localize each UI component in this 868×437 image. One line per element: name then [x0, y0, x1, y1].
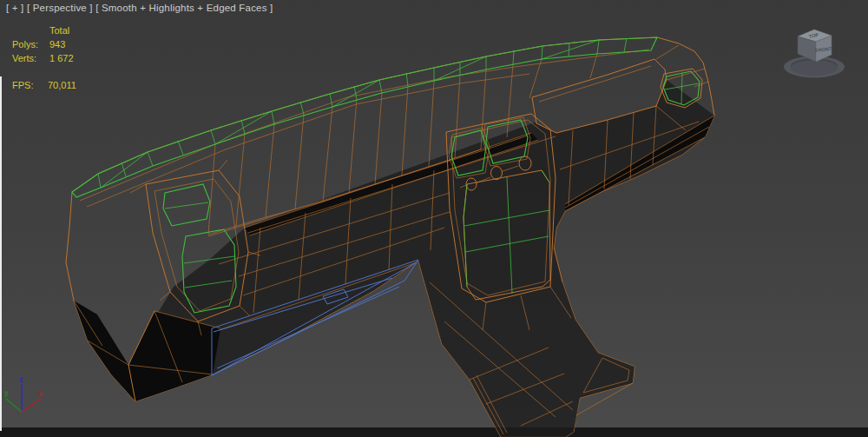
viewport-left-border	[0, 76, 2, 431]
stats-verts-value: 1 672	[49, 54, 74, 63]
z-axis-label: z	[19, 375, 23, 384]
viewport-bottom-border	[0, 427, 868, 437]
front-face-shading	[135, 80, 714, 437]
viewcube-cube[interactable]: TOP FRONT LEFT	[566, 0, 832, 62]
stats-polys-value: 943	[49, 40, 65, 50]
stats-fps-label: FPS:	[12, 81, 33, 90]
stats-total-header: Total	[49, 26, 69, 36]
left-vent-upper	[163, 184, 210, 226]
x-axis	[22, 399, 41, 412]
x-axis-label: x	[38, 389, 43, 398]
scene-render: TOP FRONT LEFT z y x	[0, 0, 868, 437]
y-axis	[6, 399, 22, 412]
y-axis-label: y	[4, 388, 9, 397]
dashboard-mesh[interactable]	[66, 37, 714, 437]
stats-verts-label: Verts:	[12, 54, 36, 63]
viewport-canvas[interactable]: TOP FRONT LEFT z y x [ + ] [ Perspective…	[0, 0, 868, 437]
stats-polys-label: Polys:	[12, 40, 38, 50]
viewport-label[interactable]: [ + ] [ Perspective ] [ Smooth + Highlig…	[6, 3, 273, 13]
viewcube[interactable]: TOP FRONT LEFT	[566, 0, 845, 77]
stats-fps-value: 70,011	[48, 81, 76, 90]
axis-tripod: z y x	[4, 375, 43, 412]
